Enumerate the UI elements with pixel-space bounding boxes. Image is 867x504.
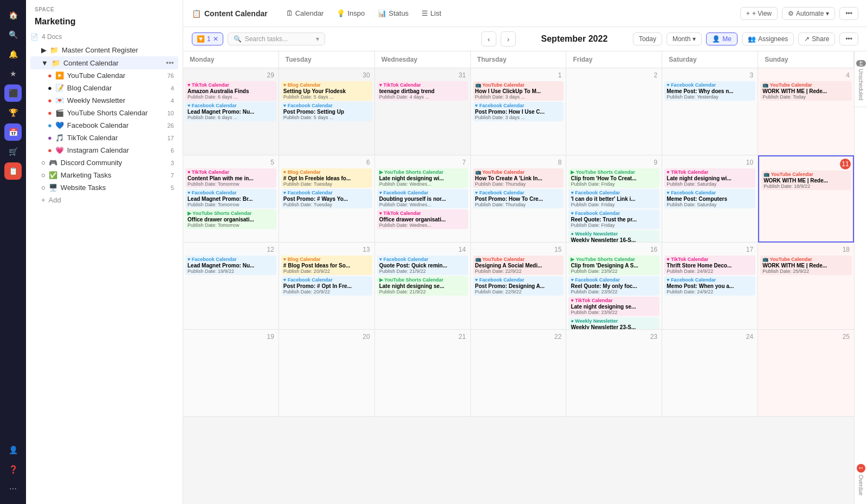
sidebar-item-tiktok-calendar[interactable]: ● 🎵 TikTok Calendar 17 <box>30 132 178 144</box>
sidebar-item-website-tasks[interactable]: ○ 🖥️ Website Tasks 5 <box>30 181 178 194</box>
more-options-button[interactable]: ••• <box>839 7 858 20</box>
cal-event[interactable]: ● Weekly Newsletter Weekly Newsletter 23… <box>568 317 659 330</box>
cal-event[interactable]: ♥ Facebook Calendar Meme Post: Why does … <box>664 81 755 101</box>
cal-event[interactable]: ▶ YouTube Shorts Calendar Clip from 'Des… <box>568 256 659 275</box>
cal-event[interactable]: ▶ YouTube Shorts Calendar Office drawer … <box>185 210 276 229</box>
cal-cell-sep13: 13 ♥ Blog Calendar # Blog Post Ideas for… <box>279 243 375 330</box>
goals-icon[interactable]: 🏆 <box>4 104 22 121</box>
cal-event[interactable]: ♥ TikTok Calendar Thrift Store Home Deco… <box>664 256 755 275</box>
assignees-button[interactable]: 👥 Assignees <box>742 32 794 45</box>
tab-inspo[interactable]: 💡 Inspo <box>331 6 370 20</box>
add-item-button[interactable]: + Add <box>30 194 178 206</box>
chevron-down-icon: ▾ <box>693 35 696 43</box>
filter-button[interactable]: 🔽 1 ✕ <box>192 32 223 45</box>
close-icon[interactable]: ✕ <box>213 35 218 43</box>
event-label: ♥ Facebook Calendar <box>187 190 274 195</box>
docs-icon[interactable]: 📋 <box>4 162 22 180</box>
day-header-monday: Monday <box>183 51 279 68</box>
cal-event[interactable]: ♥ Facebook Calendar Post Promo: How To C… <box>473 189 564 208</box>
event-title: Office drawer organisati... <box>379 217 466 222</box>
cal-event[interactable]: ▶ YouTube Shorts Calendar Late night des… <box>377 276 468 296</box>
cal-event[interactable]: ♥ TikTok Calendar Office drawer organisa… <box>377 210 468 229</box>
cal-event[interactable]: 📺 YouTube Calendar How I Use ClickUp To … <box>473 81 564 101</box>
cal-event[interactable]: ♥ Facebook Calendar Lead Magnet Promo: N… <box>185 256 276 275</box>
cal-cell-sep6: 6 ♥ Blog Calendar # Opt In Freebie Ideas… <box>279 155 375 243</box>
cal-event[interactable]: ♥ Facebook Calendar Doubting yourself is… <box>377 189 468 208</box>
cal-event[interactable]: ♥ Facebook Calendar Post Promo: How I Us… <box>473 102 564 121</box>
cell-date: 19 <box>264 332 276 342</box>
more-icon[interactable]: ⋯ <box>4 480 22 498</box>
cal-event[interactable]: ♥ Facebook Calendar Lead Magnet Promo: B… <box>185 189 276 208</box>
cal-event[interactable]: ♥ TikTok Calendar Late night designing w… <box>664 168 755 188</box>
cal-event[interactable]: ♥ Facebook Calendar Reel Quote: Trust th… <box>568 210 659 229</box>
cal-event[interactable]: ♥ Facebook Calendar Reel Quote: My only … <box>568 276 659 296</box>
cal-event[interactable]: ♥ TikTok Calendar Amazon Australia Finds… <box>185 81 276 101</box>
cal-event[interactable]: ♥ TikTok Calendar teenage dirtbag trend … <box>377 81 468 101</box>
sidebar-item-facebook-calendar[interactable]: ● 💙 Facebook Calendar 26 <box>30 119 178 132</box>
cal-event[interactable]: 📺 YouTube Calendar Designing A Social Me… <box>473 256 564 275</box>
cal-event[interactable]: 📺 YouTube Calendar WORK WITH ME | Rede..… <box>760 81 852 101</box>
cal-event[interactable]: ♥ Facebook Calendar Post Promo: # Ways Y… <box>281 189 372 208</box>
cal-event[interactable]: ♥ Facebook Calendar Quote Post: Quick re… <box>377 256 468 275</box>
cal-event[interactable]: ♥ Blog Calendar Setting Up Your Flodesk … <box>281 81 372 101</box>
event-label: ♥ Facebook Calendar <box>475 277 562 283</box>
help-icon[interactable]: ❓ <box>4 461 22 478</box>
sidebar-item-youtube-shorts[interactable]: ● 🎬 YouTube Shorts Calendar 10 <box>30 107 178 119</box>
tab-list[interactable]: ☰ List <box>416 6 447 20</box>
cal-event[interactable]: ● Weekly Newsletter Weekly Newsletter 16… <box>568 230 659 243</box>
cell-date: 9 <box>652 158 660 167</box>
cal-event[interactable]: ♥ Blog Calendar # Opt In Freebie Ideas f… <box>281 168 372 188</box>
me-filter-button[interactable]: 👤 Me <box>706 32 737 45</box>
cal-event[interactable]: ♥ Facebook Calendar Post Promo: Setting … <box>281 102 372 121</box>
unscheduled-panel[interactable]: 44 Unscheduled <box>856 56 866 104</box>
automate-button[interactable]: ⚙ Automate ▾ <box>782 7 835 20</box>
today-button[interactable]: Today <box>633 32 662 45</box>
home-icon[interactable]: 🏠 <box>4 6 22 24</box>
search-icon[interactable]: 🔍 <box>4 26 22 43</box>
sidebar-item-master-content[interactable]: ▶ 📁 Master Content Register <box>30 44 178 56</box>
cal-event[interactable]: 📺 YouTube Calendar WORK WITH ME | Rede..… <box>760 256 852 275</box>
calendar-icon[interactable]: 📅 <box>4 123 22 141</box>
notifications-icon[interactable]: 🔔 <box>4 45 22 63</box>
spaces-icon[interactable]: ⬛ <box>4 84 22 102</box>
tab-status[interactable]: 📊 Status <box>372 6 414 20</box>
cal-event[interactable]: ♥ Blog Calendar # Blog Post Ideas for So… <box>281 256 372 275</box>
add-view-button[interactable]: + + View <box>740 7 778 20</box>
sidebar-item-weekly-newsletter[interactable]: ● 💌 Weekly Newsletter 4 <box>30 94 178 107</box>
sidebar-item-youtube-calendar[interactable]: ● ▶️ YouTube Calendar 76 <box>30 69 178 82</box>
shop-icon[interactable]: 🛒 <box>4 143 22 160</box>
cal-event[interactable]: ♥ Facebook Calendar Lead Magnet Promo: N… <box>185 102 276 121</box>
search-box[interactable]: 🔍 Search tasks... ▾ <box>228 32 325 45</box>
sidebar-item-marketing-tasks[interactable]: ○ ✅ Marketing Tasks 7 <box>30 169 178 181</box>
favorites-icon[interactable]: ★ <box>4 65 22 82</box>
sidebar-item-content-calendar[interactable]: ▼ 📁 Content Calendar ••• <box>30 56 178 69</box>
cell-date: 17 <box>744 245 755 254</box>
cal-event[interactable]: ♥ TikTok Calendar Late night designing s… <box>568 297 659 316</box>
cal-event[interactable]: ♥ Facebook Calendar Post Promo: Designin… <box>473 276 564 296</box>
calendar-more-button[interactable]: ••• <box>839 32 858 45</box>
invite-icon[interactable]: 👤 <box>4 441 22 459</box>
cal-event[interactable]: ♥ TikTok Calendar Content Plan with me i… <box>185 168 276 188</box>
cal-event[interactable]: ♥ Facebook Calendar 'I can do it better'… <box>568 189 659 208</box>
automate-label: Automate <box>796 10 824 17</box>
next-month-button[interactable]: › <box>501 31 516 47</box>
month-view-button[interactable]: Month ▾ <box>667 32 702 45</box>
sidebar-item-discord[interactable]: ○ 🎮 Discord Community 3 <box>30 156 178 169</box>
event-date: Publish Date: 19/9/22 <box>187 269 274 274</box>
overdue-panel[interactable]: 1 Overdue <box>857 460 865 500</box>
sidebar-item-blog-calendar[interactable]: ● 📝 Blog Calendar 4 <box>30 82 178 94</box>
cal-event[interactable]: ♥ Facebook Calendar Memo Post: When you … <box>664 276 755 296</box>
tab-calendar[interactable]: 🗓 Calendar <box>281 6 329 20</box>
share-button[interactable]: ↗ Share <box>798 32 835 45</box>
cal-event[interactable]: ▶ YouTube Shorts Calendar Clip from 'How… <box>568 168 659 188</box>
cal-event[interactable]: ♥ Facebook Calendar Meme Post: Computers… <box>664 189 755 208</box>
cal-event[interactable]: 📺 YouTube Calendar WORK WITH ME | Rede..… <box>761 171 851 190</box>
more-dots-icon[interactable]: ••• <box>166 58 174 67</box>
cal-event[interactable]: 📺 YouTube Calendar How To Create A 'Link… <box>473 168 564 188</box>
sidebar-item-instagram-calendar[interactable]: ● 💗 Instagram Calendar 6 <box>30 144 178 156</box>
cal-event[interactable]: ♥ Facebook Calendar Post Promo: # Opt In… <box>281 276 372 296</box>
cal-cell-sep8: 8 📺 YouTube Calendar How To Create A 'Li… <box>471 155 567 243</box>
prev-month-button[interactable]: ‹ <box>481 31 496 47</box>
cal-event[interactable]: ▶ YouTube Shorts Calendar Late night des… <box>377 168 468 188</box>
docs-link[interactable]: 📄 4 Docs <box>26 31 183 43</box>
